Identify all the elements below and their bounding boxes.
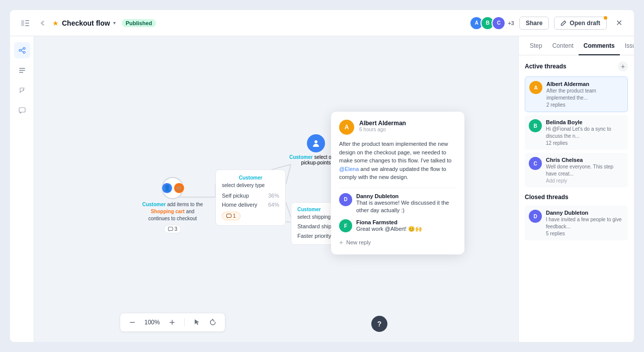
- thread-body-danny: Danny Dubleton I have invited a few peop…: [546, 210, 624, 236]
- thread-name-danny: Danny Dubleton: [546, 210, 624, 216]
- closed-threads-title: Closed threads: [525, 194, 569, 201]
- thread-item-danny[interactable]: D Danny Dubleton I have invited a few pe…: [525, 206, 628, 240]
- svg-line-7: [21, 49, 23, 50]
- pencil-icon: [560, 20, 567, 26]
- share-button[interactable]: Share: [519, 17, 549, 30]
- close-button[interactable]: ✕: [612, 16, 626, 30]
- thread-name-belinda: Belinda Boyle: [546, 119, 624, 125]
- panel-tabs: Step Content Comments Issues: [519, 36, 634, 55]
- comment-author-info: Albert Alderman 6 hours ago: [359, 120, 406, 132]
- svg-line-14: [286, 164, 291, 185]
- svg-rect-21: [227, 214, 231, 217]
- status-badge: Published: [122, 19, 156, 27]
- cart-step-text: Customer add items to the Shopping cart …: [140, 201, 205, 222]
- cart-comment-badge[interactable]: 3: [164, 225, 182, 233]
- svg-rect-0: [21, 20, 24, 26]
- svg-rect-23: [130, 322, 135, 323]
- toolbar-divider: [184, 318, 185, 326]
- title-chevron-icon[interactable]: ▾: [113, 20, 116, 26]
- delivery-comment-chip[interactable]: 1: [222, 212, 240, 220]
- person-icon: 👤: [162, 183, 173, 194]
- reply-danny-name: Danny Dubleton: [356, 193, 456, 199]
- sidebar-icon-flag[interactable]: [14, 82, 30, 99]
- svg-line-15: [286, 202, 291, 217]
- new-reply-label: New reply: [346, 239, 371, 245]
- back-forward-nav[interactable]: [38, 19, 46, 27]
- reply-danny: D Danny Dubleton That is awesome! We dis…: [339, 193, 456, 215]
- home-delivery-label: Home delivery: [222, 202, 257, 208]
- delivery-customer-label: Customer: [222, 175, 279, 181]
- add-thread-button[interactable]: +: [618, 61, 628, 71]
- refresh-tool-button[interactable]: [207, 316, 219, 328]
- comment-body-text: After the product team implemented the n…: [339, 140, 456, 182]
- svg-line-8: [21, 51, 23, 52]
- right-panel: Step Content Comments Issues Active thre…: [518, 36, 634, 342]
- reply-danny-text: That is awesome! We discussed it the oth…: [356, 199, 456, 215]
- svg-rect-12: [19, 108, 25, 112]
- tab-step[interactable]: Step: [525, 36, 547, 55]
- cursor-tool-button[interactable]: [191, 316, 203, 328]
- canvas-area[interactable]: 👤 🛒 Customer add items to the Shopping c…: [34, 36, 518, 342]
- cart-icon: 🛒: [174, 183, 185, 194]
- sidebar-icon-comment[interactable]: [14, 103, 30, 119]
- thread-name-albert: Albert Alderman: [546, 81, 623, 87]
- reply-avatar-danny: D: [339, 193, 352, 206]
- thread-replies-albert: 2 replies: [546, 102, 623, 108]
- flow-title: Checkout flow: [62, 19, 110, 27]
- comment-author-name: Albert Alderman: [359, 120, 406, 127]
- thread-preview-albert: After the product team implemented the..…: [546, 87, 623, 102]
- cursor-icon: [194, 319, 200, 326]
- reply-danny-content: Danny Dubleton That is awesome! We discu…: [356, 193, 456, 215]
- cart-action-text: add items to the: [167, 202, 203, 207]
- sidebar-toggle-button[interactable]: [18, 16, 32, 30]
- comment-mention: @Elena: [339, 166, 359, 172]
- sidebar-icon-share[interactable]: [14, 42, 30, 58]
- thread-replies-belinda: 12 replies: [546, 140, 624, 146]
- closed-threads-header: Closed threads: [525, 194, 628, 201]
- thread-name-chris: Chris Chelsea: [546, 157, 624, 163]
- new-reply-button[interactable]: + New reply: [339, 238, 456, 246]
- open-draft-button[interactable]: Open draft: [554, 17, 607, 30]
- zoom-in-button[interactable]: [166, 316, 178, 328]
- svg-rect-1: [25, 20, 29, 21]
- tab-content[interactable]: Content: [547, 36, 579, 55]
- tab-comments[interactable]: Comments: [579, 36, 620, 55]
- thread-add-reply-chris[interactable]: Add reply: [546, 178, 624, 184]
- bottom-toolbar: 100%: [120, 313, 225, 332]
- top-bar-left: ★ Checkout flow ▾ Published: [18, 16, 156, 30]
- help-button[interactable]: ?: [371, 316, 387, 332]
- svg-rect-20: [168, 227, 173, 230]
- comment-author-avatar: A: [339, 120, 354, 135]
- comment-icon: [226, 214, 231, 219]
- left-sidebar: [10, 36, 34, 342]
- cart-avatar: 👤 🛒: [162, 177, 184, 199]
- pickup-customer-label: Customer: [289, 154, 313, 160]
- delivery-option-self-pickup: Self pickup 36%: [222, 191, 279, 200]
- star-icon: ★: [52, 19, 59, 27]
- self-pickup-label: Self pickup: [222, 193, 249, 199]
- thread-item-albert[interactable]: A Albert Alderman After the product team…: [525, 76, 628, 112]
- tab-issues[interactable]: Issues: [620, 36, 634, 55]
- svg-rect-2: [25, 23, 29, 24]
- extra-collaborators-count: +3: [508, 20, 514, 26]
- title-area: ★ Checkout flow ▾: [52, 19, 116, 27]
- main-area: 👤 🛒 Customer add items to the Shopping c…: [10, 36, 634, 342]
- thread-preview-danny: I have invited a few people to give feed…: [546, 216, 624, 230]
- comment-author-area: A Albert Alderman 6 hours ago: [339, 120, 456, 135]
- comment-icon: [168, 227, 173, 232]
- thread-item-belinda[interactable]: B Belinda Boyle Hi @Fional Let's do a sy…: [525, 115, 628, 150]
- cart-step-node: 👤 🛒 Customer add items to the Shopping c…: [140, 177, 205, 234]
- thread-avatar-belinda: B: [529, 119, 542, 132]
- reply-fiona-text: Great work @Albert! 😊🙌: [356, 225, 422, 233]
- active-threads-header: Active threads +: [525, 61, 628, 71]
- sidebar-icon-list[interactable]: [14, 62, 30, 78]
- thread-item-chris[interactable]: C Chris Chelsea Well done everyone. This…: [525, 153, 628, 188]
- zoom-out-button[interactable]: [126, 316, 138, 328]
- reply-fiona-content: Fiona Farmsted Great work @Albert! 😊🙌: [356, 219, 422, 233]
- plus-icon: [169, 319, 176, 326]
- svg-rect-10: [19, 70, 25, 71]
- comment-popup: A Albert Alderman 6 hours ago After the …: [331, 112, 464, 254]
- cart-shopping-cart-label: Shopping cart: [151, 209, 185, 214]
- comment-divider: [339, 188, 456, 188]
- svg-rect-25: [172, 320, 173, 325]
